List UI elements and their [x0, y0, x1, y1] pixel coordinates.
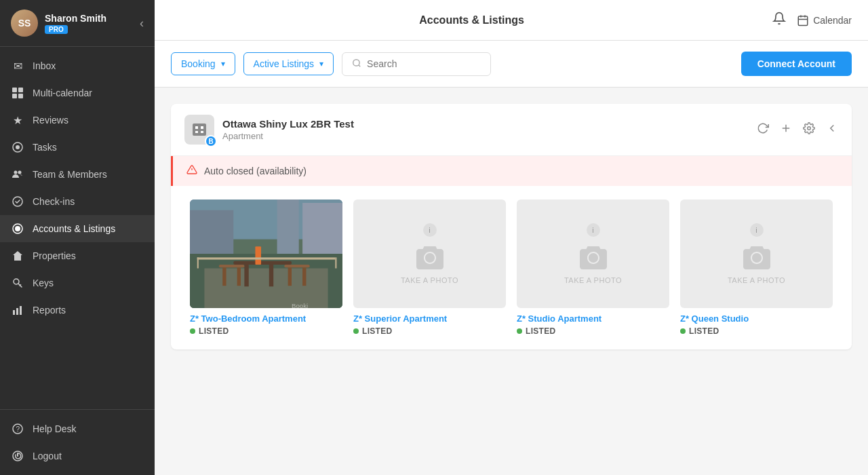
listing-status: LISTED [353, 326, 506, 336]
calendar-label: Calendar [813, 15, 852, 26]
account-details: Ottawa Shiny Lux 2BR Test Apartment [222, 118, 354, 141]
sidebar-item-inbox[interactable]: ✉ Inbox [0, 52, 155, 79]
svg-rect-47 [237, 267, 241, 286]
status-dot-icon [680, 328, 686, 334]
sidebar-item-label: Multi-calendar [33, 88, 92, 98]
svg-point-7 [18, 171, 22, 174]
svg-rect-13 [16, 308, 18, 315]
inbox-icon: ✉ [11, 59, 24, 73]
listing-status: LISTED [517, 326, 669, 336]
main-content: Accounts & Listings Calendar Booking ▾ A… [155, 0, 868, 475]
logout-icon [11, 449, 24, 463]
svg-rect-28 [201, 126, 203, 129]
page-title: Accounts & Listings [419, 14, 524, 26]
listing-name[interactable]: Z* Superior Apartment [353, 314, 506, 324]
sidebar-item-label: Keys [33, 278, 54, 288]
listing-status-label: LISTED [526, 326, 555, 336]
listing-image-placeholder: i TAKE A PHOTO [353, 200, 506, 308]
sidebar-item-multi-calendar[interactable]: Multi-calendar [0, 79, 155, 107]
svg-point-10 [15, 226, 20, 231]
account-section: B Ottawa Shiny Lux 2BR Test Apartment [171, 104, 852, 349]
pro-badge: PRO [45, 25, 68, 34]
sidebar-item-label: Inbox [33, 60, 56, 71]
calendar-button[interactable]: Calendar [797, 14, 852, 26]
svg-rect-42 [233, 261, 292, 265]
svg-text:?: ? [16, 425, 20, 433]
reviews-icon: ★ [11, 113, 24, 127]
svg-rect-25 [193, 124, 206, 136]
sidebar-header: SS Sharon Smith PRO ‹ [0, 0, 155, 47]
listings-dropdown[interactable]: Active Listings ▾ [243, 52, 334, 75]
team-members-icon [11, 168, 24, 181]
booking-dropdown[interactable]: Booking ▾ [171, 52, 235, 75]
listing-image: Booki [190, 200, 342, 308]
search-box [342, 52, 491, 76]
sidebar-item-keys[interactable]: Keys [0, 269, 155, 297]
sidebar-item-tasks[interactable]: Tasks [0, 134, 155, 161]
sidebar-item-help-desk[interactable]: ? Help Desk [0, 415, 155, 442]
sidebar-item-label: Check-ins [33, 196, 75, 207]
sidebar-item-check-ins[interactable]: Check-ins [0, 188, 155, 215]
svg-point-5 [16, 145, 20, 149]
listing-name[interactable]: Z* Studio Apartment [517, 314, 669, 324]
content-area: B Ottawa Shiny Lux 2BR Test Apartment [155, 88, 868, 475]
listing-name[interactable]: Z* Queen Studio [680, 314, 833, 324]
svg-rect-50 [302, 267, 306, 286]
connect-account-button[interactable]: Connect Account [741, 52, 852, 76]
collapse-icon[interactable] [826, 122, 838, 138]
settings-icon[interactable] [803, 122, 815, 138]
refresh-icon[interactable] [757, 122, 769, 138]
sidebar-item-reviews[interactable]: ★ Reviews [0, 107, 155, 134]
username: Sharon Smith [45, 13, 106, 24]
search-input[interactable] [367, 58, 481, 69]
reports-icon [11, 303, 24, 317]
svg-rect-43 [244, 265, 248, 286]
info-icon: i [587, 223, 600, 237]
listing-status-label: LISTED [689, 326, 719, 336]
listing-status-label: LISTED [362, 326, 392, 336]
listing-status: LISTED [190, 326, 342, 336]
listing-name[interactable]: Z* Two-Bedroom Apartment [190, 314, 342, 324]
topbar-actions: Calendar [772, 12, 852, 28]
sidebar-item-accounts-listings[interactable]: Accounts & Listings [0, 215, 155, 242]
info-icon: i [750, 223, 764, 237]
svg-rect-1 [18, 88, 23, 92]
svg-rect-27 [195, 131, 198, 133]
tasks-icon [11, 140, 24, 154]
svg-rect-48 [284, 265, 310, 267]
account-type: Apartment [222, 131, 354, 141]
keys-icon [11, 276, 24, 290]
svg-rect-0 [12, 88, 17, 92]
sidebar-item-properties[interactable]: Properties [0, 242, 155, 269]
notifications-bell-icon[interactable] [772, 12, 786, 28]
listing-card: i TAKE A PHOTO Z* Studio Apartment LISTE… [511, 200, 675, 336]
sidebar-collapse-button[interactable]: ‹ [140, 16, 144, 31]
svg-rect-40 [190, 210, 233, 254]
svg-point-32 [808, 126, 811, 130]
search-icon [352, 58, 361, 70]
toolbar: Booking ▾ Active Listings ▾ Connect Acco… [155, 41, 868, 88]
sidebar-item-label: Accounts & Listings [33, 223, 115, 234]
listings-label: Active Listings [254, 58, 314, 69]
status-dot-icon [190, 328, 195, 334]
info-icon: i [423, 223, 437, 237]
sidebar-item-label: Help Desk [33, 423, 77, 434]
listings-chevron-down-icon: ▾ [319, 59, 323, 69]
svg-line-24 [359, 64, 361, 66]
sidebar-item-logout[interactable]: Logout [0, 442, 155, 470]
help-desk-icon: ? [11, 422, 24, 436]
listing-status: LISTED [680, 326, 833, 336]
sidebar-item-label: Team & Members [33, 169, 107, 180]
topbar: Accounts & Listings Calendar [155, 0, 868, 41]
booking-chevron-down-icon: ▾ [221, 59, 225, 69]
sidebar-item-reports[interactable]: Reports [0, 297, 155, 324]
status-dot-icon [517, 328, 522, 334]
status-dot-icon [353, 328, 359, 334]
take-photo-label: TAKE A PHOTO [728, 276, 785, 284]
sidebar-item-team-members[interactable]: Team & Members [0, 161, 155, 188]
svg-rect-19 [798, 16, 808, 26]
multi-calendar-icon [11, 86, 24, 100]
sidebar-item-label: Logout [33, 451, 62, 461]
add-icon[interactable] [780, 122, 792, 138]
account-actions [757, 122, 838, 138]
